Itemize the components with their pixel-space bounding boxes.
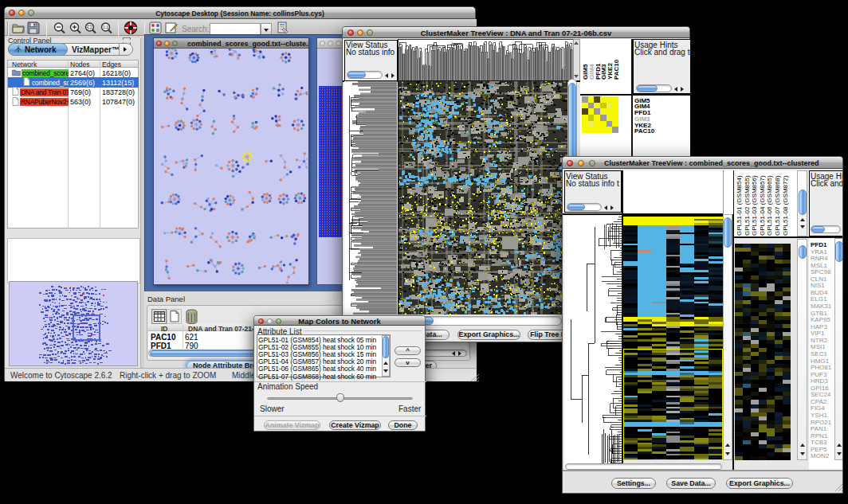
svg-text:1:1: 1:1 [103, 25, 108, 29]
